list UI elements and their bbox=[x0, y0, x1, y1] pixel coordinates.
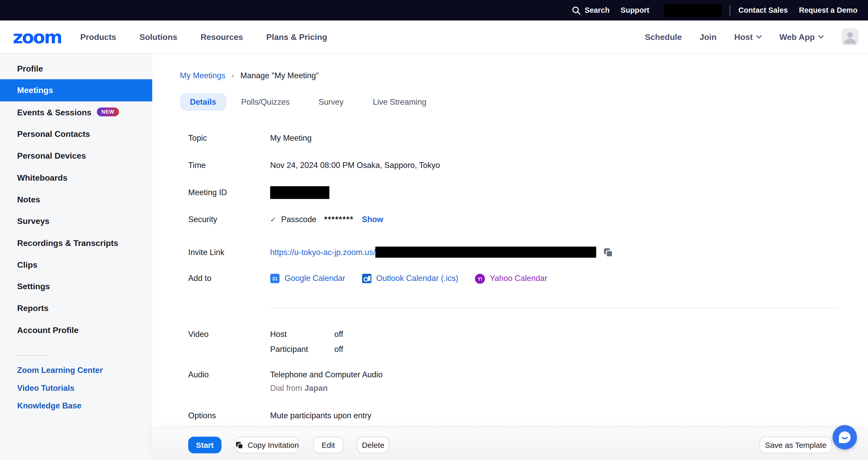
sidebar-item-reports[interactable]: Reports bbox=[0, 297, 152, 319]
sidebar-item-events-sessions[interactable]: Events & SessionsNEW bbox=[0, 101, 152, 123]
nav-item-resources[interactable]: Resources bbox=[200, 32, 243, 41]
sidebar-item-label: Surveys bbox=[17, 216, 50, 226]
avatar[interactable] bbox=[841, 28, 859, 45]
sidebar-help-links: Zoom Learning CenterVideo TutorialsKnowl… bbox=[0, 366, 152, 410]
secondary-nav: Schedule Join Host Web App bbox=[645, 28, 859, 45]
tab-details[interactable]: Details bbox=[180, 93, 226, 111]
web-app-menu[interactable]: Web App bbox=[779, 32, 824, 41]
check-icon: ✓ bbox=[270, 214, 276, 225]
request-demo-link[interactable]: Request a Demo bbox=[799, 6, 858, 15]
host-menu[interactable]: Host bbox=[735, 32, 762, 41]
section-divider bbox=[180, 426, 837, 427]
add-to-label: Add to bbox=[188, 273, 270, 284]
support-link[interactable]: Support bbox=[621, 6, 650, 15]
sidebar-item-clips[interactable]: Clips bbox=[0, 254, 152, 276]
start-button[interactable]: Start bbox=[188, 437, 221, 453]
sidebar-items: ProfileMeetingsEvents & SessionsNEWPerso… bbox=[0, 58, 152, 341]
time-value: Nov 24, 2024 08:00 PM Osaka, Sapporo, To… bbox=[270, 160, 440, 171]
video-host-label: Host bbox=[270, 329, 335, 340]
meeting-id-label: Meeting ID bbox=[188, 188, 270, 198]
top-promo-bar: Search Support Contact Sales Request a D… bbox=[0, 0, 868, 21]
main-content: My Meetings › Manage "My Meeting" Detail… bbox=[152, 54, 868, 460]
chat-support-button[interactable] bbox=[833, 425, 857, 449]
video-label: Video bbox=[188, 329, 270, 340]
sidebar-item-meetings[interactable]: Meetings bbox=[0, 79, 152, 101]
chat-bubble-icon bbox=[837, 430, 852, 444]
sidebar-item-notes[interactable]: Notes bbox=[0, 189, 152, 210]
search-button[interactable]: Search bbox=[572, 6, 610, 15]
sidebar-item-label: Settings bbox=[17, 282, 50, 291]
viewport: Search Support Contact Sales Request a D… bbox=[0, 0, 868, 460]
sidebar-item-label: Profile bbox=[17, 64, 43, 73]
sidebar-item-label: Notes bbox=[17, 194, 40, 204]
passcode-mask: ******** bbox=[324, 214, 353, 225]
dial-from-country: Japan bbox=[304, 383, 328, 392]
schedule-link[interactable]: Schedule bbox=[645, 32, 682, 41]
sidebar-item-personal-devices[interactable]: Personal Devices bbox=[0, 145, 152, 167]
calendar-link-label: Outlook Calendar (.ics) bbox=[376, 273, 458, 284]
tab-bar: DetailsPolls/QuizzesSurveyLive Streaming bbox=[180, 93, 426, 111]
topbar-divider bbox=[730, 5, 730, 15]
google-calendar-icon: 31 bbox=[270, 274, 280, 283]
save-as-template-button[interactable]: Save as Template bbox=[760, 437, 832, 453]
sidebar-item-surveys[interactable]: Surveys bbox=[0, 210, 152, 232]
video-host-value: off bbox=[335, 329, 343, 340]
sidebar-link-zoom-learning-center[interactable]: Zoom Learning Center bbox=[17, 366, 103, 374]
invite-link-url[interactable]: https://u-tokyo-ac-jp.zoom.us/ bbox=[270, 247, 376, 258]
add-to-yahoo-calendar-link[interactable]: Y!Yahoo Calendar bbox=[475, 273, 548, 284]
nav-item-solutions[interactable]: Solutions bbox=[140, 32, 177, 41]
nav-item-plans-pricing[interactable]: Plans & Pricing bbox=[267, 32, 327, 41]
add-to-google-calendar-link[interactable]: 31Google Calendar bbox=[270, 273, 345, 284]
sidebar-link-knowledge-base[interactable]: Knowledge Base bbox=[17, 401, 81, 410]
sidebar-item-label: Events & Sessions bbox=[17, 107, 91, 117]
sidebar-item-settings[interactable]: Settings bbox=[0, 276, 152, 297]
sidebar-item-label: Reports bbox=[17, 304, 49, 313]
video-participant-value: off bbox=[335, 344, 343, 355]
breadcrumb-current: Manage "My Meeting" bbox=[241, 71, 319, 80]
sidebar-item-label: Account Profile bbox=[17, 325, 79, 335]
sidebar-item-label: Clips bbox=[17, 260, 37, 269]
breadcrumb-my-meetings[interactable]: My Meetings bbox=[180, 71, 225, 80]
sidebar-item-recordings-transcripts[interactable]: Recordings & Transcripts bbox=[0, 232, 152, 254]
zoom-logo[interactable]: zoom bbox=[13, 28, 61, 46]
main-nav: zoom ProductsSolutionsResourcesPlans & P… bbox=[0, 21, 868, 54]
breadcrumb: My Meetings › Manage "My Meeting" bbox=[180, 70, 319, 80]
options-value: Mute participants upon entry bbox=[270, 411, 371, 422]
tab-polls-quizzes[interactable]: Polls/Quizzes bbox=[241, 93, 290, 111]
nav-item-products[interactable]: Products bbox=[80, 32, 116, 41]
video-participant-label: Participant bbox=[270, 344, 335, 355]
join-link[interactable]: Join bbox=[700, 32, 717, 41]
add-to-outlook-calendar-ics-link[interactable]: Outlook Calendar (.ics) bbox=[362, 273, 459, 284]
copy-invitation-button[interactable]: Copy Invitation bbox=[236, 437, 299, 453]
chevron-down-icon bbox=[818, 35, 824, 39]
sidebar-item-label: Recordings & Transcripts bbox=[17, 238, 118, 247]
zoom-web-portal: Search Support Contact Sales Request a D… bbox=[0, 0, 868, 460]
invite-link-row: Invite Link https://u-tokyo-ac-jp.zoom.u… bbox=[188, 247, 614, 258]
tab-live-streaming[interactable]: Live Streaming bbox=[373, 93, 426, 111]
web-app-label: Web App bbox=[779, 32, 815, 41]
sidebar-link-video-tutorials[interactable]: Video Tutorials bbox=[17, 383, 74, 392]
topic-label: Topic bbox=[188, 133, 270, 144]
show-passcode-link[interactable]: Show bbox=[362, 214, 383, 225]
delete-button[interactable]: Delete bbox=[357, 437, 389, 453]
video-row: Video Host off Participant off bbox=[188, 329, 343, 354]
security-row: Security ✓ Passcode ******** Show bbox=[188, 214, 383, 225]
calendar-link-label: Google Calendar bbox=[284, 273, 345, 284]
svg-text:31: 31 bbox=[272, 276, 278, 282]
audio-value: Telephone and Computer Audio bbox=[270, 370, 382, 380]
options-label: Options bbox=[188, 411, 270, 422]
contact-sales-link[interactable]: Contact Sales bbox=[738, 6, 788, 15]
time-row: Time Nov 24, 2024 08:00 PM Osaka, Sappor… bbox=[188, 160, 440, 171]
sidebar-item-profile[interactable]: Profile bbox=[0, 58, 152, 79]
copy-invite-link-icon[interactable] bbox=[603, 247, 614, 258]
sidebar-item-account-profile[interactable]: Account Profile bbox=[0, 319, 152, 341]
action-bar: Start Copy Invitation Edit Delete Save a… bbox=[152, 430, 868, 460]
svg-text:Y!: Y! bbox=[477, 276, 482, 282]
time-label: Time bbox=[188, 160, 270, 171]
sidebar-item-personal-contacts[interactable]: Personal Contacts bbox=[0, 123, 152, 145]
edit-button[interactable]: Edit bbox=[313, 437, 343, 453]
new-badge: NEW bbox=[97, 108, 119, 116]
tab-survey[interactable]: Survey bbox=[318, 93, 343, 111]
sidebar-item-whiteboards[interactable]: Whiteboards bbox=[0, 167, 152, 189]
sidebar-item-label: Personal Contacts bbox=[17, 129, 90, 138]
